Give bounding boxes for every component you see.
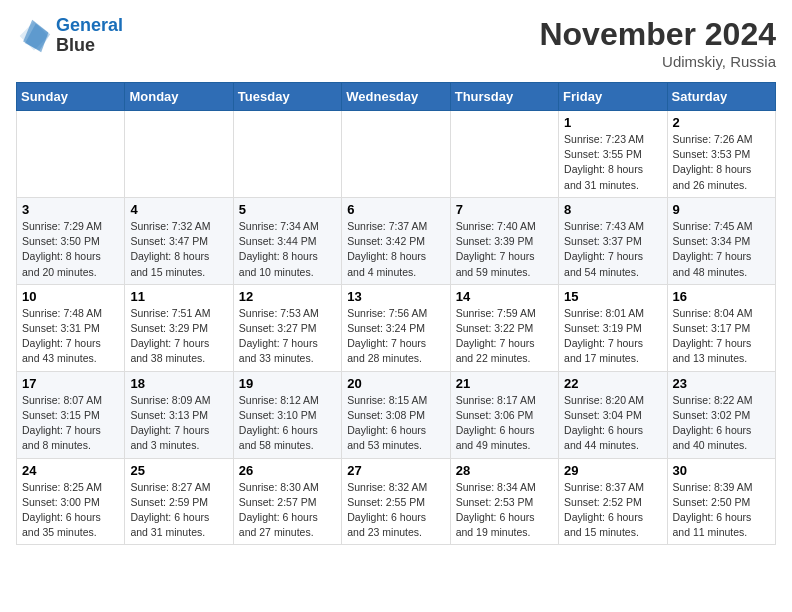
day-number: 6	[347, 202, 444, 217]
calendar-cell: 16Sunrise: 8:04 AM Sunset: 3:17 PM Dayli…	[667, 284, 775, 371]
logo-icon	[16, 18, 52, 54]
location: Udimskiy, Russia	[539, 53, 776, 70]
day-number: 22	[564, 376, 661, 391]
calendar-cell: 4Sunrise: 7:32 AM Sunset: 3:47 PM Daylig…	[125, 197, 233, 284]
calendar-week-row: 3Sunrise: 7:29 AM Sunset: 3:50 PM Daylig…	[17, 197, 776, 284]
day-header: Sunday	[17, 83, 125, 111]
day-number: 19	[239, 376, 336, 391]
page-header: General Blue November 2024 Udimskiy, Rus…	[16, 16, 776, 70]
day-number: 27	[347, 463, 444, 478]
calendar-cell: 14Sunrise: 7:59 AM Sunset: 3:22 PM Dayli…	[450, 284, 558, 371]
calendar-cell: 18Sunrise: 8:09 AM Sunset: 3:13 PM Dayli…	[125, 371, 233, 458]
day-number: 30	[673, 463, 770, 478]
calendar-week-row: 24Sunrise: 8:25 AM Sunset: 3:00 PM Dayli…	[17, 458, 776, 545]
calendar-week-row: 10Sunrise: 7:48 AM Sunset: 3:31 PM Dayli…	[17, 284, 776, 371]
calendar-cell: 26Sunrise: 8:30 AM Sunset: 2:57 PM Dayli…	[233, 458, 341, 545]
day-number: 4	[130, 202, 227, 217]
day-number: 5	[239, 202, 336, 217]
day-number: 23	[673, 376, 770, 391]
day-info: Sunrise: 8:30 AM Sunset: 2:57 PM Dayligh…	[239, 480, 336, 541]
day-info: Sunrise: 8:25 AM Sunset: 3:00 PM Dayligh…	[22, 480, 119, 541]
calendar-cell: 15Sunrise: 8:01 AM Sunset: 3:19 PM Dayli…	[559, 284, 667, 371]
calendar-cell: 9Sunrise: 7:45 AM Sunset: 3:34 PM Daylig…	[667, 197, 775, 284]
calendar-cell: 30Sunrise: 8:39 AM Sunset: 2:50 PM Dayli…	[667, 458, 775, 545]
day-info: Sunrise: 7:26 AM Sunset: 3:53 PM Dayligh…	[673, 132, 770, 193]
day-info: Sunrise: 8:12 AM Sunset: 3:10 PM Dayligh…	[239, 393, 336, 454]
day-number: 7	[456, 202, 553, 217]
calendar-week-row: 17Sunrise: 8:07 AM Sunset: 3:15 PM Dayli…	[17, 371, 776, 458]
day-info: Sunrise: 7:43 AM Sunset: 3:37 PM Dayligh…	[564, 219, 661, 280]
day-info: Sunrise: 7:48 AM Sunset: 3:31 PM Dayligh…	[22, 306, 119, 367]
day-number: 12	[239, 289, 336, 304]
day-info: Sunrise: 7:37 AM Sunset: 3:42 PM Dayligh…	[347, 219, 444, 280]
day-info: Sunrise: 8:22 AM Sunset: 3:02 PM Dayligh…	[673, 393, 770, 454]
calendar-cell: 6Sunrise: 7:37 AM Sunset: 3:42 PM Daylig…	[342, 197, 450, 284]
calendar-cell: 5Sunrise: 7:34 AM Sunset: 3:44 PM Daylig…	[233, 197, 341, 284]
day-number: 8	[564, 202, 661, 217]
calendar-cell	[233, 111, 341, 198]
day-info: Sunrise: 7:51 AM Sunset: 3:29 PM Dayligh…	[130, 306, 227, 367]
day-number: 14	[456, 289, 553, 304]
calendar-cell: 17Sunrise: 8:07 AM Sunset: 3:15 PM Dayli…	[17, 371, 125, 458]
svg-marker-2	[23, 20, 48, 52]
calendar-cell: 12Sunrise: 7:53 AM Sunset: 3:27 PM Dayli…	[233, 284, 341, 371]
day-number: 11	[130, 289, 227, 304]
calendar-cell: 20Sunrise: 8:15 AM Sunset: 3:08 PM Dayli…	[342, 371, 450, 458]
day-header: Saturday	[667, 83, 775, 111]
calendar-cell: 11Sunrise: 7:51 AM Sunset: 3:29 PM Dayli…	[125, 284, 233, 371]
day-info: Sunrise: 7:23 AM Sunset: 3:55 PM Dayligh…	[564, 132, 661, 193]
day-info: Sunrise: 8:09 AM Sunset: 3:13 PM Dayligh…	[130, 393, 227, 454]
calendar-cell: 27Sunrise: 8:32 AM Sunset: 2:55 PM Dayli…	[342, 458, 450, 545]
day-info: Sunrise: 7:29 AM Sunset: 3:50 PM Dayligh…	[22, 219, 119, 280]
day-info: Sunrise: 8:17 AM Sunset: 3:06 PM Dayligh…	[456, 393, 553, 454]
calendar-cell: 22Sunrise: 8:20 AM Sunset: 3:04 PM Dayli…	[559, 371, 667, 458]
day-info: Sunrise: 8:20 AM Sunset: 3:04 PM Dayligh…	[564, 393, 661, 454]
calendar-cell: 1Sunrise: 7:23 AM Sunset: 3:55 PM Daylig…	[559, 111, 667, 198]
day-info: Sunrise: 8:37 AM Sunset: 2:52 PM Dayligh…	[564, 480, 661, 541]
day-number: 25	[130, 463, 227, 478]
calendar-cell	[450, 111, 558, 198]
day-number: 26	[239, 463, 336, 478]
calendar-cell: 7Sunrise: 7:40 AM Sunset: 3:39 PM Daylig…	[450, 197, 558, 284]
calendar-cell: 25Sunrise: 8:27 AM Sunset: 2:59 PM Dayli…	[125, 458, 233, 545]
day-info: Sunrise: 8:01 AM Sunset: 3:19 PM Dayligh…	[564, 306, 661, 367]
day-number: 3	[22, 202, 119, 217]
day-number: 18	[130, 376, 227, 391]
calendar-header-row: SundayMondayTuesdayWednesdayThursdayFrid…	[17, 83, 776, 111]
day-number: 16	[673, 289, 770, 304]
logo: General Blue	[16, 16, 123, 56]
day-info: Sunrise: 8:07 AM Sunset: 3:15 PM Dayligh…	[22, 393, 119, 454]
calendar-cell: 23Sunrise: 8:22 AM Sunset: 3:02 PM Dayli…	[667, 371, 775, 458]
day-info: Sunrise: 8:27 AM Sunset: 2:59 PM Dayligh…	[130, 480, 227, 541]
calendar-cell	[342, 111, 450, 198]
day-number: 17	[22, 376, 119, 391]
calendar-cell	[125, 111, 233, 198]
calendar-cell: 3Sunrise: 7:29 AM Sunset: 3:50 PM Daylig…	[17, 197, 125, 284]
title-block: November 2024 Udimskiy, Russia	[539, 16, 776, 70]
calendar-cell: 10Sunrise: 7:48 AM Sunset: 3:31 PM Dayli…	[17, 284, 125, 371]
day-number: 29	[564, 463, 661, 478]
day-number: 13	[347, 289, 444, 304]
day-info: Sunrise: 7:59 AM Sunset: 3:22 PM Dayligh…	[456, 306, 553, 367]
day-number: 15	[564, 289, 661, 304]
calendar-cell	[17, 111, 125, 198]
calendar-cell: 24Sunrise: 8:25 AM Sunset: 3:00 PM Dayli…	[17, 458, 125, 545]
calendar-cell: 19Sunrise: 8:12 AM Sunset: 3:10 PM Dayli…	[233, 371, 341, 458]
calendar-week-row: 1Sunrise: 7:23 AM Sunset: 3:55 PM Daylig…	[17, 111, 776, 198]
month-title: November 2024	[539, 16, 776, 53]
day-info: Sunrise: 8:39 AM Sunset: 2:50 PM Dayligh…	[673, 480, 770, 541]
day-number: 28	[456, 463, 553, 478]
day-info: Sunrise: 8:32 AM Sunset: 2:55 PM Dayligh…	[347, 480, 444, 541]
calendar-cell: 2Sunrise: 7:26 AM Sunset: 3:53 PM Daylig…	[667, 111, 775, 198]
day-info: Sunrise: 7:40 AM Sunset: 3:39 PM Dayligh…	[456, 219, 553, 280]
calendar-cell: 29Sunrise: 8:37 AM Sunset: 2:52 PM Dayli…	[559, 458, 667, 545]
day-header: Monday	[125, 83, 233, 111]
calendar-cell: 8Sunrise: 7:43 AM Sunset: 3:37 PM Daylig…	[559, 197, 667, 284]
day-header: Thursday	[450, 83, 558, 111]
day-header: Friday	[559, 83, 667, 111]
day-number: 1	[564, 115, 661, 130]
day-info: Sunrise: 7:56 AM Sunset: 3:24 PM Dayligh…	[347, 306, 444, 367]
calendar-cell: 28Sunrise: 8:34 AM Sunset: 2:53 PM Dayli…	[450, 458, 558, 545]
calendar-cell: 13Sunrise: 7:56 AM Sunset: 3:24 PM Dayli…	[342, 284, 450, 371]
day-number: 20	[347, 376, 444, 391]
